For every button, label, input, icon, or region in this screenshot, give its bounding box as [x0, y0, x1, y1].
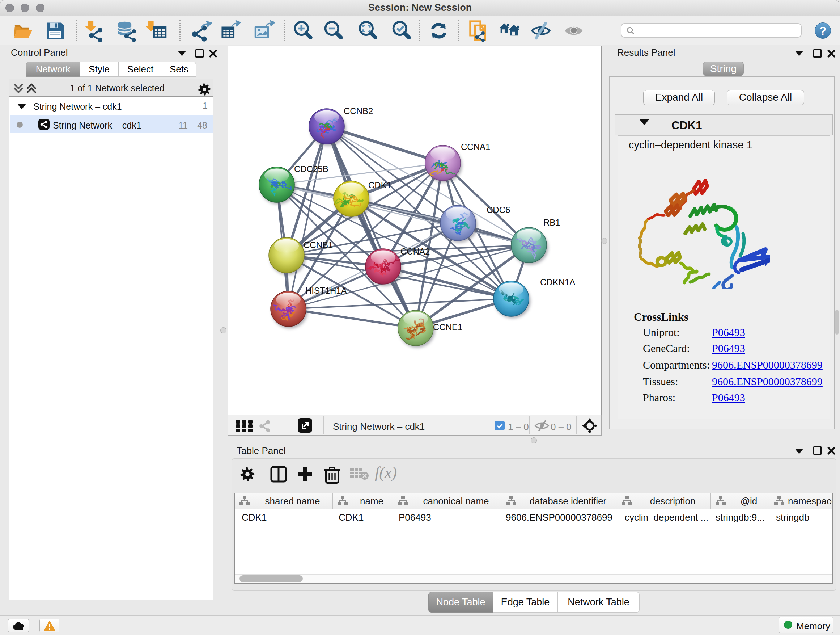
svg-text:CDKN1A: CDKN1A [540, 277, 575, 287]
svg-text:CDC6: CDC6 [486, 205, 510, 215]
svg-text:RB1: RB1 [543, 218, 561, 227]
svg-text:CCNA1: CCNA1 [461, 142, 490, 152]
svg-text:CDK1: CDK1 [368, 180, 392, 190]
svg-text:CCNA2: CCNA2 [401, 247, 430, 256]
svg-text:CCNB1: CCNB1 [303, 240, 333, 250]
svg-text:CDC25B: CDC25B [294, 164, 328, 174]
svg-text:CCNB2: CCNB2 [344, 106, 373, 116]
svg-text:CCNE1: CCNE1 [433, 322, 462, 332]
svg-text:HIST1H1A: HIST1H1A [305, 286, 347, 295]
